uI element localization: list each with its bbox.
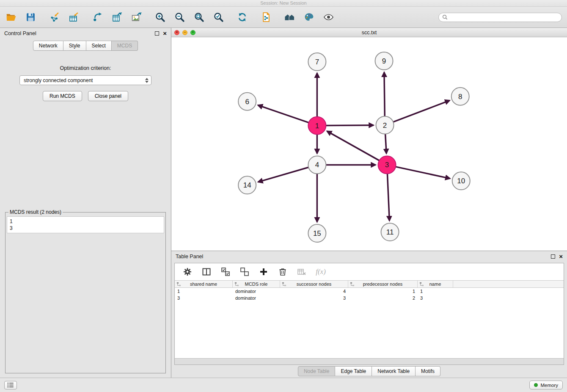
table-cell[interactable]: 1 (175, 288, 233, 295)
column-header-shared-name[interactable]: shared name (175, 281, 233, 287)
table-tab-motifs[interactable]: Motifs (416, 366, 440, 376)
float-panel-icon[interactable] (155, 31, 159, 36)
gear-icon (183, 267, 192, 276)
network-graph[interactable]: 7968124314101511 (171, 37, 567, 251)
graph-node-14[interactable]: 14 (238, 176, 256, 194)
graph-edge-2-8[interactable] (393, 100, 449, 122)
graph-edge-4-14[interactable] (258, 167, 308, 182)
graph-node-1[interactable]: 1 (308, 117, 326, 135)
save-session-button[interactable] (25, 11, 36, 23)
column-header-predecessor-nodes[interactable]: predecessor nodes (348, 281, 418, 287)
node-label: 8 (458, 93, 462, 101)
graph-node-15[interactable]: 15 (308, 224, 326, 242)
node-label: 3 (385, 161, 389, 169)
tab-network[interactable]: Network (33, 41, 63, 51)
table-tab-edge-table[interactable]: Edge Table (335, 366, 372, 376)
control-panel-tabs: NetworkStyleSelectMCDS (0, 39, 171, 54)
table-cell[interactable]: 3 (280, 295, 348, 301)
tab-select[interactable]: Select (86, 41, 112, 51)
column-header-mcds-role[interactable]: MCDS role (233, 281, 280, 287)
function-builder-button[interactable]: f(x) (315, 266, 327, 278)
criterion-dropdown[interactable]: strongly connected component (19, 75, 151, 85)
float-table-panel-icon[interactable] (551, 254, 555, 259)
mcds-result-list[interactable]: 13 (7, 216, 164, 233)
graph-edge-2-9[interactable] (384, 72, 385, 116)
open-session-button[interactable] (5, 11, 17, 23)
optimization-criterion-label: Optimization criterion: (0, 65, 171, 71)
zoom-fit-button[interactable] (193, 11, 205, 23)
graph-edge-3-11[interactable] (387, 174, 389, 221)
network-window-titlebar[interactable]: scc.txt × − + (171, 28, 567, 37)
memory-button[interactable]: Memory (529, 381, 563, 389)
table-row[interactable]: 1dominator411 (175, 288, 564, 295)
close-panel-button[interactable]: Close panel (88, 91, 128, 101)
table-tab-node-table[interactable]: Node Table (298, 366, 336, 376)
dropdown-arrows-icon (145, 78, 149, 83)
graph-node-11[interactable]: 11 (381, 223, 399, 241)
graph-edge-1-6[interactable] (258, 105, 309, 122)
table-cell[interactable]: 1 (348, 288, 418, 295)
network-overview-button[interactable] (284, 11, 295, 23)
import-table-button[interactable] (68, 11, 80, 23)
delete-column-button[interactable] (277, 266, 289, 278)
close-table-panel-icon[interactable]: × (559, 254, 563, 259)
mcds-result-value: 3 (10, 225, 161, 232)
graph-node-6[interactable]: 6 (238, 93, 256, 110)
table-cell[interactable]: 4 (280, 288, 348, 295)
search-input[interactable] (450, 14, 558, 20)
delete-table-button[interactable] (296, 266, 308, 278)
create-column-button[interactable] (258, 266, 270, 278)
table-cell[interactable]: 3 (418, 295, 453, 301)
graph-edge-3-1[interactable] (327, 131, 379, 160)
graph-edge-3-10[interactable] (396, 167, 450, 179)
tab-mcds[interactable]: MCDS (112, 41, 138, 51)
graph-node-2[interactable]: 2 (376, 116, 394, 134)
apply-style-button[interactable] (303, 11, 315, 23)
import-network-button[interactable] (48, 11, 60, 23)
column-header-successor-nodes[interactable]: successor nodes (280, 281, 348, 287)
graph-node-7[interactable]: 7 (308, 53, 326, 71)
window-title: Session: New Session (260, 0, 306, 6)
column-type-icon (176, 282, 181, 287)
graph-node-3[interactable]: 3 (378, 156, 396, 174)
right-column: scc.txt × − + 7968124314101511 (171, 28, 567, 378)
table-row[interactable]: 3dominator323 (175, 295, 564, 301)
graph-node-10[interactable]: 10 (452, 172, 470, 190)
task-history-button[interactable] (4, 381, 17, 389)
zoom-selected-button[interactable] (212, 11, 224, 23)
show-column-panel-button[interactable] (201, 266, 212, 278)
run-mcds-button[interactable]: Run MCDS (43, 91, 82, 101)
import-network-icon (49, 12, 60, 22)
horizontal-scrollbar[interactable] (175, 358, 564, 364)
select-all-columns-button[interactable] (220, 266, 231, 278)
graph-edge-2-3[interactable] (385, 134, 387, 154)
new-network-from-selection-button[interactable] (260, 11, 272, 23)
refresh-view-button[interactable] (236, 11, 248, 23)
close-panel-icon[interactable]: × (163, 31, 167, 36)
zoom-out-button[interactable] (173, 11, 185, 23)
zoom-in-button[interactable] (154, 11, 166, 23)
table-cell[interactable]: dominator (233, 288, 280, 295)
new-network-button[interactable] (91, 11, 103, 23)
table-cell[interactable]: 3 (175, 295, 233, 301)
export-image-button[interactable] (130, 11, 142, 23)
column-header-name[interactable]: name (418, 281, 453, 287)
show-graphics-details-button[interactable] (322, 11, 334, 23)
graph-node-9[interactable]: 9 (375, 52, 393, 70)
network-canvas[interactable]: 7968124314101511 (171, 37, 567, 251)
window-titlebar[interactable]: Session: New Session (0, 0, 567, 7)
search-field[interactable] (438, 13, 562, 22)
graph-node-8[interactable]: 8 (451, 88, 469, 105)
unselect-all-columns-button[interactable] (239, 266, 250, 278)
graph-edge-1-2[interactable] (326, 125, 373, 126)
table-tab-network-table[interactable]: Network Table (372, 366, 416, 376)
table-settings-button[interactable] (182, 266, 193, 278)
tab-style[interactable]: Style (63, 41, 86, 51)
table-cell[interactable]: dominator (233, 295, 280, 301)
table-cell[interactable]: 2 (348, 295, 418, 301)
table-cell[interactable]: 1 (418, 288, 453, 295)
export-table-button[interactable] (111, 11, 123, 23)
memory-label: Memory (540, 383, 558, 388)
graph-node-4[interactable]: 4 (308, 156, 326, 174)
table-panel-title: Table Panel (176, 254, 203, 259)
